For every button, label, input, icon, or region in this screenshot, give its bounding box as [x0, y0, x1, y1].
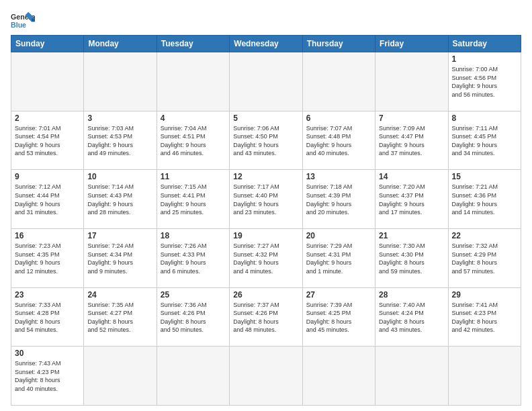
calendar-cell [302, 347, 375, 406]
day-info: Sunrise: 7:17 AM Sunset: 4:40 PM Dayligh… [233, 183, 298, 216]
calendar-cell: 26Sunrise: 7:37 AM Sunset: 4:26 PM Dayli… [230, 287, 302, 347]
day-number: 24 [87, 290, 152, 300]
calendar-cell: 24Sunrise: 7:35 AM Sunset: 4:27 PM Dayli… [84, 287, 157, 347]
day-info: Sunrise: 7:03 AM Sunset: 4:53 PM Dayligh… [87, 124, 152, 158]
weekday-header-saturday: Saturday [448, 36, 521, 52]
calendar-cell [157, 52, 229, 111]
day-info: Sunrise: 7:01 AM Sunset: 4:54 PM Dayligh… [15, 124, 80, 158]
page: General Blue SundayMondayTuesdayWednesda… [0, 0, 532, 411]
day-number: 5 [233, 113, 298, 123]
svg-marker-3 [32, 19, 35, 22]
weekday-header-wednesday: Wednesday [230, 36, 302, 52]
calendar-cell [84, 52, 157, 111]
calendar-cell: 28Sunrise: 7:40 AM Sunset: 4:24 PM Dayli… [375, 287, 448, 347]
calendar-cell: 18Sunrise: 7:26 AM Sunset: 4:33 PM Dayli… [157, 228, 229, 287]
calendar-cell: 27Sunrise: 7:39 AM Sunset: 4:25 PM Dayli… [302, 287, 375, 347]
day-number: 27 [306, 290, 371, 300]
calendar-row-3: 9Sunrise: 7:12 AM Sunset: 4:44 PM Daylig… [11, 170, 521, 229]
day-number: 7 [379, 113, 444, 123]
calendar-cell: 29Sunrise: 7:41 AM Sunset: 4:23 PM Dayli… [448, 287, 521, 347]
day-number: 14 [379, 172, 444, 181]
day-info: Sunrise: 7:32 AM Sunset: 4:29 PM Dayligh… [452, 242, 517, 275]
day-info: Sunrise: 7:21 AM Sunset: 4:36 PM Dayligh… [452, 183, 517, 216]
calendar-cell: 11Sunrise: 7:15 AM Sunset: 4:41 PM Dayli… [157, 170, 229, 229]
calendar-row-6: 30Sunrise: 7:43 AM Sunset: 4:23 PM Dayli… [11, 347, 521, 406]
calendar-cell: 9Sunrise: 7:12 AM Sunset: 4:44 PM Daylig… [11, 170, 84, 229]
weekday-header-monday: Monday [84, 36, 157, 52]
day-number: 3 [87, 113, 152, 123]
day-number: 21 [379, 231, 444, 240]
day-info: Sunrise: 7:24 AM Sunset: 4:34 PM Dayligh… [87, 242, 152, 275]
calendar-cell [302, 52, 375, 111]
day-number: 19 [233, 231, 298, 240]
weekday-header-thursday: Thursday [302, 36, 375, 52]
calendar-cell [84, 347, 157, 406]
calendar-cell: 20Sunrise: 7:29 AM Sunset: 4:31 PM Dayli… [302, 228, 375, 287]
weekday-header-tuesday: Tuesday [157, 36, 229, 52]
day-info: Sunrise: 7:36 AM Sunset: 4:26 PM Dayligh… [161, 301, 226, 334]
day-info: Sunrise: 7:30 AM Sunset: 4:30 PM Dayligh… [379, 242, 444, 275]
day-number: 8 [452, 113, 517, 123]
day-number: 11 [161, 172, 226, 181]
calendar-cell: 30Sunrise: 7:43 AM Sunset: 4:23 PM Dayli… [11, 347, 84, 406]
day-number: 29 [452, 290, 517, 300]
header: General Blue [11, 11, 521, 30]
day-number: 25 [161, 290, 226, 300]
day-number: 12 [233, 172, 298, 181]
calendar-cell: 13Sunrise: 7:18 AM Sunset: 4:39 PM Dayli… [302, 170, 375, 229]
day-number: 2 [15, 113, 80, 123]
day-number: 9 [15, 172, 80, 181]
day-info: Sunrise: 7:43 AM Sunset: 4:23 PM Dayligh… [15, 359, 80, 393]
calendar-cell: 4Sunrise: 7:04 AM Sunset: 4:51 PM Daylig… [157, 111, 229, 170]
day-number: 23 [15, 290, 80, 300]
calendar-cell: 5Sunrise: 7:06 AM Sunset: 4:50 PM Daylig… [230, 111, 302, 170]
calendar-cell: 23Sunrise: 7:33 AM Sunset: 4:28 PM Dayli… [11, 287, 84, 347]
calendar-cell: 2Sunrise: 7:01 AM Sunset: 4:54 PM Daylig… [11, 111, 84, 170]
calendar-cell [11, 52, 84, 111]
day-number: 15 [452, 172, 517, 181]
logo-icon: General Blue [11, 11, 35, 30]
calendar-cell: 7Sunrise: 7:09 AM Sunset: 4:47 PM Daylig… [375, 111, 448, 170]
day-info: Sunrise: 7:18 AM Sunset: 4:39 PM Dayligh… [306, 183, 371, 216]
calendar-cell [375, 347, 448, 406]
day-info: Sunrise: 7:27 AM Sunset: 4:32 PM Dayligh… [233, 242, 298, 275]
calendar-cell: 1Sunrise: 7:00 AM Sunset: 4:56 PM Daylig… [448, 52, 521, 111]
day-number: 1 [452, 54, 517, 64]
day-number: 6 [306, 113, 371, 123]
day-info: Sunrise: 7:37 AM Sunset: 4:26 PM Dayligh… [233, 301, 298, 334]
day-number: 4 [161, 113, 226, 123]
weekday-header-sunday: Sunday [11, 36, 84, 52]
day-info: Sunrise: 7:00 AM Sunset: 4:56 PM Dayligh… [452, 65, 517, 99]
calendar-cell: 17Sunrise: 7:24 AM Sunset: 4:34 PM Dayli… [84, 228, 157, 287]
day-info: Sunrise: 7:06 AM Sunset: 4:50 PM Dayligh… [233, 124, 298, 158]
calendar-cell: 12Sunrise: 7:17 AM Sunset: 4:40 PM Dayli… [230, 170, 302, 229]
calendar-cell [375, 52, 448, 111]
calendar-cell [448, 347, 521, 406]
calendar-cell: 14Sunrise: 7:20 AM Sunset: 4:37 PM Dayli… [375, 170, 448, 229]
day-info: Sunrise: 7:41 AM Sunset: 4:23 PM Dayligh… [452, 301, 517, 334]
calendar-row-1: 1Sunrise: 7:00 AM Sunset: 4:56 PM Daylig… [11, 52, 521, 111]
day-info: Sunrise: 7:14 AM Sunset: 4:43 PM Dayligh… [87, 183, 152, 216]
calendar-cell: 15Sunrise: 7:21 AM Sunset: 4:36 PM Dayli… [448, 170, 521, 229]
calendar-cell [157, 347, 229, 406]
calendar-cell: 16Sunrise: 7:23 AM Sunset: 4:35 PM Dayli… [11, 228, 84, 287]
day-number: 20 [306, 231, 371, 240]
day-number: 22 [452, 231, 517, 240]
calendar-cell [230, 52, 302, 111]
calendar-cell: 25Sunrise: 7:36 AM Sunset: 4:26 PM Dayli… [157, 287, 229, 347]
day-info: Sunrise: 7:09 AM Sunset: 4:47 PM Dayligh… [379, 124, 444, 158]
day-number: 10 [87, 172, 152, 181]
weekday-header-row: SundayMondayTuesdayWednesdayThursdayFrid… [11, 36, 521, 52]
day-info: Sunrise: 7:35 AM Sunset: 4:27 PM Dayligh… [87, 301, 152, 334]
weekday-header-friday: Friday [375, 36, 448, 52]
calendar-cell: 19Sunrise: 7:27 AM Sunset: 4:32 PM Dayli… [230, 228, 302, 287]
calendar-row-5: 23Sunrise: 7:33 AM Sunset: 4:28 PM Dayli… [11, 287, 521, 347]
day-info: Sunrise: 7:33 AM Sunset: 4:28 PM Dayligh… [15, 301, 80, 334]
day-info: Sunrise: 7:26 AM Sunset: 4:33 PM Dayligh… [161, 242, 226, 275]
svg-text:Blue: Blue [11, 21, 26, 29]
day-info: Sunrise: 7:20 AM Sunset: 4:37 PM Dayligh… [379, 183, 444, 216]
day-number: 18 [161, 231, 226, 240]
calendar-row-4: 16Sunrise: 7:23 AM Sunset: 4:35 PM Dayli… [11, 228, 521, 287]
day-info: Sunrise: 7:15 AM Sunset: 4:41 PM Dayligh… [161, 183, 226, 216]
day-number: 13 [306, 172, 371, 181]
